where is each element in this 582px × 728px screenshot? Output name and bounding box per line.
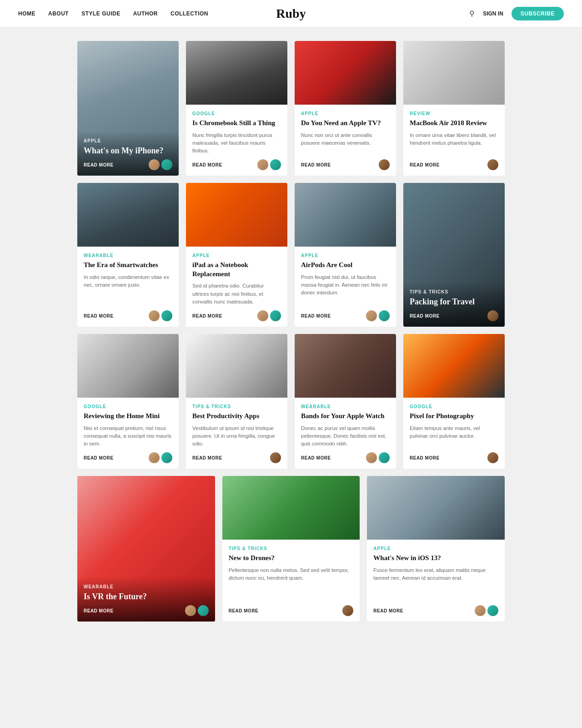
card-category: TIPS & TRICKS	[192, 404, 281, 409]
card-excerpt: Fusce fermentum leo erat, aliquam mattis…	[373, 566, 498, 601]
card-image	[77, 334, 179, 398]
card-excerpt: Etiam tempus ante mauris, vel pulvinar o…	[410, 425, 498, 448]
card-title: What's on My iPhone?	[84, 146, 172, 156]
nav-about[interactable]: ABOUT	[48, 10, 69, 17]
card-footer: READ MORE	[84, 159, 172, 170]
card-title: Pixel for Photography	[410, 412, 498, 421]
card-footer: READ MORE	[410, 452, 498, 463]
avatar	[161, 159, 172, 170]
avatar	[379, 159, 390, 170]
read-more-link[interactable]: READ MORE	[192, 455, 222, 460]
avatar	[149, 310, 160, 321]
card-category: APPLE	[84, 138, 172, 143]
read-more-link[interactable]: READ MORE	[84, 455, 114, 460]
card-excerpt: Nunc non orci ut ante convallis posuere …	[301, 131, 390, 155]
card-footer: READ MORE	[229, 605, 354, 616]
card-category: WEARABLE	[84, 253, 172, 258]
avatar-group	[149, 159, 172, 170]
read-more-link[interactable]: READ MORE	[84, 162, 114, 167]
avatar-group	[475, 605, 498, 616]
avatar-group	[149, 452, 172, 463]
card-title: New to Drones?	[229, 554, 354, 563]
card-excerpt: Pellentesque non nulla metus. Sed sed ve…	[229, 566, 354, 601]
card-image	[295, 183, 396, 247]
card-image	[295, 334, 396, 398]
read-more-link[interactable]: READ MORE	[84, 313, 114, 318]
avatar-group	[185, 605, 209, 616]
card-body: APPLE AirPods Are Cool Proin feugiat nis…	[295, 247, 396, 327]
overlay-content: APPLE What's on My iPhone? READ MORE	[77, 131, 179, 176]
read-more-link[interactable]: READ MORE	[301, 313, 331, 318]
card-title: Is Chromebook Still a Thing	[192, 119, 281, 128]
site-logo[interactable]: Ruby	[276, 6, 306, 21]
card-footer: READ MORE	[301, 452, 390, 463]
card-body: TIPS & TRICKS Best Productivity Apps Ves…	[186, 398, 287, 469]
card-macbook-air: REVIEW MacBook Air 2018 Review In ornare…	[403, 41, 505, 176]
card-image	[77, 183, 179, 247]
read-more-link[interactable]: READ MORE	[410, 162, 440, 167]
avatar-group	[487, 452, 498, 463]
card-footer: READ MORE	[84, 605, 209, 616]
card-productivity-apps: TIPS & TRICKS Best Productivity Apps Ves…	[186, 334, 287, 469]
nav-style-guide[interactable]: STYLE GUIDE	[81, 10, 120, 17]
avatar-group	[257, 310, 281, 321]
avatar-group	[342, 605, 353, 616]
subscribe-button[interactable]: SUBSCRIBE	[512, 7, 564, 20]
avatar	[185, 605, 196, 616]
card-footer: READ MORE	[301, 159, 390, 170]
read-more-link[interactable]: READ MORE	[192, 162, 222, 167]
card-excerpt: Vestibulum ut ipsum id nisi tristique po…	[192, 425, 281, 448]
read-more-link[interactable]: READ MORE	[301, 162, 331, 167]
card-airpods: APPLE AirPods Are Cool Proin feugiat nis…	[295, 183, 396, 327]
avatar	[487, 605, 498, 616]
card-body: TIPS & TRICKS New to Drones? Pellentesqu…	[222, 540, 360, 622]
navbar: HOME ABOUT STYLE GUIDE AUTHOR COLLECTION…	[0, 0, 582, 27]
avatar	[257, 310, 268, 321]
read-more-link[interactable]: READ MORE	[229, 608, 259, 613]
card-category: REVIEW	[410, 111, 498, 116]
card-category: TIPS & TRICKS	[410, 289, 498, 294]
card-body: GOOGLE Reviewing the Home Mini Nisi et c…	[77, 398, 179, 469]
nav-home[interactable]: HOME	[18, 10, 35, 17]
read-more-link[interactable]: READ MORE	[410, 455, 440, 460]
avatar-group	[379, 159, 390, 170]
card-apple-tv: APPLE Do You Need an Apple TV? Nunc non …	[295, 41, 396, 176]
avatar	[270, 310, 281, 321]
read-more-link[interactable]: READ MORE	[410, 313, 440, 318]
card-category: APPLE	[192, 253, 281, 258]
avatar	[149, 159, 160, 170]
search-icon[interactable]: ⚲	[469, 9, 475, 18]
nav-collection[interactable]: COLLECTION	[171, 10, 208, 17]
article-grid: APPLE What's on My iPhone? READ MORE GOO…	[68, 41, 514, 635]
overlay-content: WEARABLE Is VR the Future? READ MORE	[77, 577, 215, 622]
card-image	[186, 334, 287, 398]
read-more-link[interactable]: READ MORE	[301, 455, 331, 460]
card-ios13: APPLE What's New in iOS 13? Fusce fermen…	[367, 476, 505, 622]
card-category: APPLE	[301, 111, 390, 116]
read-more-link[interactable]: READ MORE	[84, 608, 114, 613]
avatar	[270, 159, 281, 170]
card-footer: READ MORE	[192, 159, 281, 170]
nav-actions: ⚲ SIGN IN SUBSCRIBE	[469, 7, 564, 20]
avatar	[475, 605, 486, 616]
card-title: Packing for Travel	[410, 297, 498, 307]
read-more-link[interactable]: READ MORE	[192, 313, 222, 318]
card-title: What's New in iOS 13?	[373, 554, 498, 563]
card-title: The Era of Smartwatches	[84, 261, 172, 270]
card-category: APPLE	[373, 546, 498, 551]
avatar	[198, 605, 209, 616]
card-footer: READ MORE	[192, 452, 281, 463]
card-category: GOOGLE	[410, 404, 498, 409]
card-image	[186, 41, 287, 105]
nav-author[interactable]: AUTHOR	[133, 10, 158, 17]
card-title: iPad as a Notebook Replacement	[192, 261, 281, 278]
avatar	[342, 605, 353, 616]
card-image	[186, 183, 287, 247]
card-body: APPLE iPad as a Notebook Replacement Sed…	[186, 247, 287, 327]
read-more-link[interactable]: READ MORE	[373, 608, 403, 613]
card-category: TIPS & TRICKS	[229, 546, 354, 551]
card-category: GOOGLE	[84, 404, 172, 409]
signin-button[interactable]: SIGN IN	[483, 10, 503, 17]
card-excerpt: In ornare urna vitae libero blandit, vel…	[410, 131, 498, 155]
avatar	[161, 310, 172, 321]
